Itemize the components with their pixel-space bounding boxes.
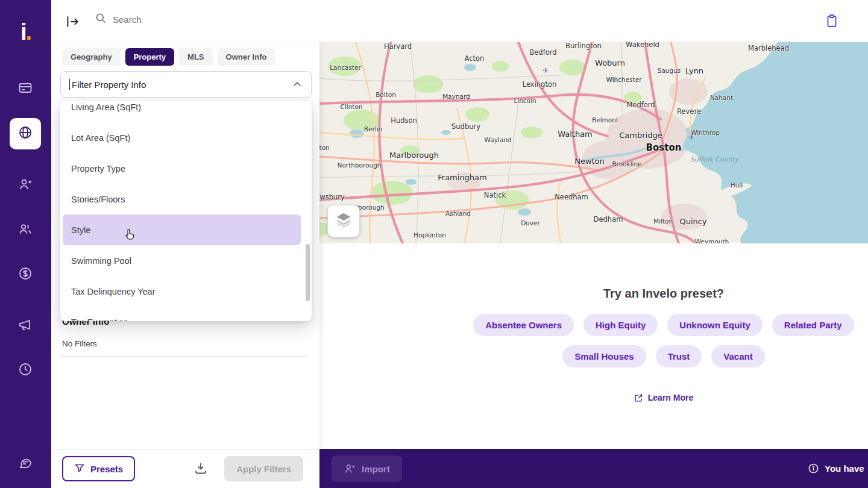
- apply-filters-button[interactable]: Apply Filters: [224, 456, 303, 481]
- dropdown-scrollbar[interactable]: [306, 244, 310, 301]
- map-label-saugus: Saugus: [658, 67, 681, 74]
- dollar-circle-icon: [18, 266, 33, 283]
- clock-icon: [18, 362, 33, 379]
- map-label-revere: Revere: [677, 107, 701, 116]
- layers-icon: [335, 211, 353, 231]
- map-label-natick: Natick: [484, 191, 506, 199]
- map-label-boston: Boston: [646, 142, 682, 153]
- map-label-hudson: Hudson: [391, 116, 417, 125]
- credits-notice: You have: [808, 449, 864, 488]
- map-label-framingham: Framingham: [438, 173, 486, 182]
- map-canvas[interactable]: HarvardLancasterActonBedfordBurlingtonWa…: [319, 42, 868, 243]
- tab-property[interactable]: Property: [125, 48, 174, 66]
- map-label-quincy: Quincy: [679, 217, 706, 226]
- preset-pill-related-party[interactable]: Related Party: [772, 314, 854, 336]
- map-label-brookline: Brookline: [612, 160, 641, 167]
- map-label-needham: Needham: [555, 193, 588, 201]
- filter-option-property-type[interactable]: Property Type: [63, 153, 301, 184]
- sidebar-item-billing[interactable]: [10, 74, 41, 105]
- map-label-harvard: Harvard: [384, 42, 412, 51]
- filter-option-tax-delinquency-year[interactable]: Tax Delinquency Year: [63, 276, 301, 307]
- map-label-hopkinton: Hopkinton: [414, 231, 446, 239]
- chevron-up-icon[interactable]: [292, 79, 303, 90]
- map-label-sudbury: Sudbury: [451, 122, 480, 131]
- filter-option-stories-floors[interactable]: Stories/Floors: [63, 184, 301, 214]
- download-icon[interactable]: [192, 460, 210, 478]
- preset-row-1: Absentee OwnersHigh EquityUnknown Equity…: [465, 314, 863, 336]
- megaphone-icon: [18, 318, 33, 334]
- tab-mls[interactable]: MLS: [179, 48, 212, 66]
- filter-option-tax-exemption[interactable]: Tax Exemption: [63, 307, 301, 321]
- map-label-bedford: Bedford: [529, 48, 556, 57]
- text-caret: [69, 79, 70, 90]
- content-area: Try an Invelo preset? Absentee OwnersHig…: [319, 243, 868, 449]
- map-label-shrewsbury: Shrewsbury: [319, 193, 345, 201]
- airport-poi-icon: ✈: [688, 133, 694, 142]
- map-base-art: [319, 42, 868, 243]
- clipboard-icon[interactable]: [825, 13, 839, 29]
- external-link-icon: [634, 393, 643, 402]
- map-label-lynn: Lynn: [685, 66, 703, 75]
- funnel-icon: [74, 463, 85, 475]
- preset-pill-high-equity[interactable]: High Equity: [583, 314, 658, 336]
- map-label-belmont: Belmont: [592, 116, 618, 124]
- preset-pill-unknown-equity[interactable]: Unknown Equity: [667, 314, 763, 336]
- preset-pill-vacant[interactable]: Vacant: [711, 345, 764, 368]
- bottom-action-bar: Import You have: [319, 449, 868, 488]
- person-plus-icon: [18, 177, 33, 194]
- map-label-wayland: Wayland: [484, 136, 511, 143]
- preset-row-2: Small HousesTrustVacant: [465, 345, 863, 368]
- sidebar-item-contacts[interactable]: [10, 214, 41, 246]
- main-area: HarvardLancasterActonBedfordBurlingtonWa…: [319, 42, 868, 488]
- map-label-nahant: Nahant: [710, 94, 733, 101]
- invelo-logo[interactable]: i.: [0, 19, 51, 45]
- credit-card-icon: [18, 81, 33, 98]
- import-person-icon: [344, 463, 356, 475]
- preset-pill-absentee-owners[interactable]: Absentee Owners: [473, 314, 574, 336]
- sidebar-item-add-contact[interactable]: [10, 170, 41, 201]
- preset-pill-trust[interactable]: Trust: [656, 345, 702, 368]
- preset-pill-small-houses[interactable]: Small Houses: [562, 345, 646, 368]
- filter-panel-footer: Presets Apply Filters: [51, 449, 319, 488]
- filter-option-living-area-sqft-[interactable]: Living Area (SqFt): [63, 101, 301, 122]
- sidebar: i.: [0, 0, 51, 488]
- map-label-berlin: Berlin: [364, 125, 382, 133]
- map-label-woburn: Woburn: [595, 58, 625, 67]
- collapse-panel-icon[interactable]: [64, 14, 80, 30]
- sidebar-item-history[interactable]: [10, 355, 41, 386]
- map-label-maynard: Maynard: [442, 93, 470, 100]
- filter-option-lot-area-sqft-[interactable]: Lot Area (SqFt): [63, 122, 301, 153]
- map-label-clinton: Clinton: [340, 103, 362, 110]
- map-label-suffolk-county: Suffolk County: [690, 155, 738, 163]
- airport-poi-icon: ✈: [542, 66, 549, 75]
- info-icon: [808, 463, 819, 474]
- sidebar-item-audience[interactable]: [10, 118, 41, 149]
- sidebar-item-support[interactable]: [10, 448, 41, 480]
- learn-more-link[interactable]: Learn More: [634, 393, 693, 402]
- import-button[interactable]: Import: [332, 455, 402, 482]
- filter-property-info-field[interactable]: Filter Property Info: [60, 71, 312, 98]
- sidebar-item-finance[interactable]: [10, 259, 41, 290]
- filter-option-swimming-pool[interactable]: Swimming Pool: [63, 245, 301, 276]
- sidebar-item-marketing[interactable]: [10, 310, 41, 342]
- map-label-hull: Hull: [731, 181, 743, 189]
- map-label-newton: Newton: [574, 157, 605, 166]
- map-label-lincoln: Lincoln: [514, 97, 536, 104]
- search-input[interactable]: [113, 14, 294, 25]
- map-label-medford: Medford: [626, 101, 655, 109]
- map-layers-control[interactable]: [327, 205, 360, 237]
- map-label-lancaster: Lancaster: [330, 64, 361, 71]
- tab-owner-info[interactable]: Owner Info: [218, 48, 275, 66]
- map-label-marlborough: Marlborough: [389, 151, 439, 160]
- topbar: [51, 0, 868, 42]
- map-label-milton: Milton: [653, 217, 673, 225]
- presets-button[interactable]: Presets: [62, 456, 135, 481]
- filter-option-style[interactable]: Style: [63, 214, 301, 245]
- tab-geography[interactable]: Geography: [62, 48, 121, 66]
- filter-tabs: GeographyPropertyMLSOwner Info: [62, 48, 275, 66]
- map-label-winchester: Winchester: [606, 76, 642, 83]
- invelo-preset-block: Try an Invelo preset? Absentee OwnersHig…: [465, 243, 863, 405]
- chat-bubble-icon: [18, 455, 33, 472]
- divider: [60, 356, 307, 357]
- map-label-ashland: Ashland: [445, 210, 471, 217]
